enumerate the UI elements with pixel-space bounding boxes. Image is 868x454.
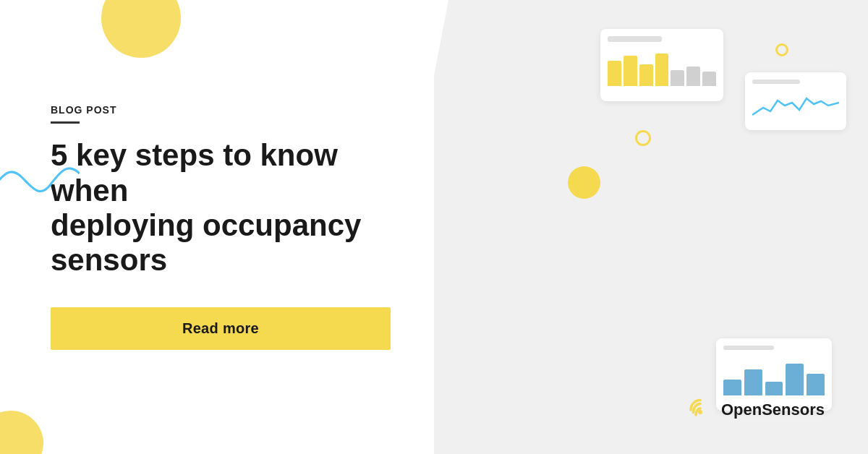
sbar-2 bbox=[744, 369, 762, 395]
card1-bar-chart bbox=[608, 46, 716, 86]
circle-outline-right bbox=[635, 130, 651, 146]
bar-3 bbox=[639, 64, 653, 86]
sbar-1 bbox=[723, 380, 741, 395]
dashboard-card-2 bbox=[745, 72, 846, 130]
category-underline bbox=[51, 121, 80, 124]
card3-bar-chart bbox=[723, 356, 825, 395]
card2-title-bar bbox=[752, 80, 800, 84]
left-content: BLOG POST 5 key steps to know when deplo… bbox=[0, 0, 434, 454]
page-container: BLOG POST 5 key steps to know when deplo… bbox=[0, 0, 868, 454]
logo-text: OpenSensors bbox=[721, 401, 825, 419]
line-chart-svg bbox=[752, 90, 839, 122]
bar-2 bbox=[624, 56, 637, 87]
bar-1 bbox=[608, 61, 621, 86]
bar-7 bbox=[702, 72, 716, 86]
sbar-4 bbox=[786, 364, 804, 395]
sbar-5 bbox=[807, 374, 825, 395]
logo-container: OpenSensors bbox=[685, 395, 825, 425]
sbar-3 bbox=[765, 382, 783, 395]
bar-6 bbox=[686, 67, 700, 87]
bar-4 bbox=[655, 53, 669, 86]
dashboard-card-1 bbox=[600, 29, 723, 101]
svg-point-0 bbox=[698, 410, 702, 414]
card1-title-bar bbox=[608, 36, 662, 42]
circle-outline-top-right bbox=[775, 43, 788, 56]
wave-decoration bbox=[0, 152, 80, 210]
bar-5 bbox=[671, 70, 684, 87]
opensensors-logo-icon bbox=[685, 395, 715, 425]
card3-title-bar bbox=[723, 346, 774, 350]
read-more-button[interactable]: Read more bbox=[51, 307, 391, 350]
main-title: 5 key steps to know when deploying occup… bbox=[51, 138, 391, 278]
circle-decoration-right bbox=[568, 166, 600, 199]
blog-category-label: BLOG POST bbox=[51, 104, 391, 116]
